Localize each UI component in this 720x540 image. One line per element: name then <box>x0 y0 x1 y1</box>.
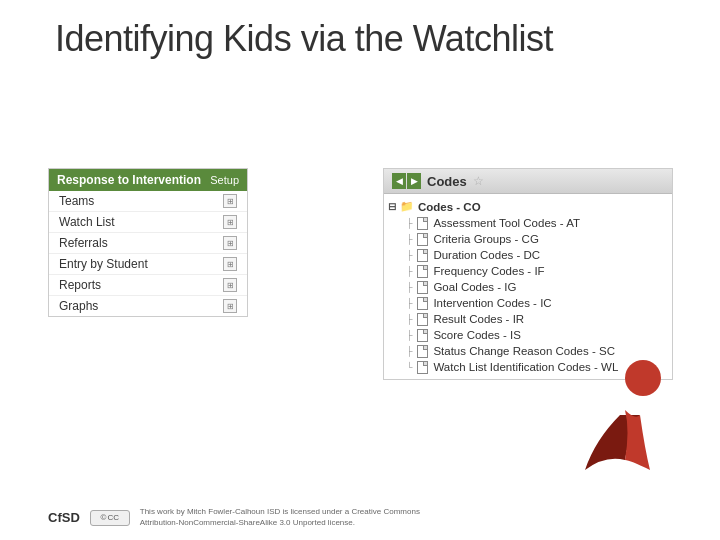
tree-item-label: Duration Codes - DC <box>433 249 540 261</box>
item-icon: ⊞ <box>223 257 237 271</box>
codes-panel-header: ◀ ▶ Codes ☆ <box>384 169 672 194</box>
tree-line-icon: ├ <box>406 330 412 340</box>
item-label: Graphs <box>59 299 98 313</box>
rti-panel: Response to Intervention Setup Teams ⊞ W… <box>48 168 248 317</box>
cc-label: CC <box>107 513 119 522</box>
doc-icon <box>417 329 428 342</box>
item-icon: ⊞ <box>223 215 237 229</box>
doc-icon <box>417 345 428 358</box>
tree-items: ├ Assessment Tool Codes - AT ├ Criteria … <box>388 215 668 375</box>
tree-item-label: Status Change Reason Codes - SC <box>433 345 615 357</box>
footer: CfSD © CC This work by Mitch Fowler-Calh… <box>48 507 460 528</box>
rti-panel-header: Response to Intervention Setup <box>49 169 247 191</box>
doc-icon <box>417 313 428 326</box>
tree-item[interactable]: ├ Duration Codes - DC <box>404 247 668 263</box>
rti-panel-title: Response to Intervention <box>57 173 201 187</box>
codes-panel-title: Codes <box>427 174 467 189</box>
tree-item[interactable]: ├ Status Change Reason Codes - SC <box>404 343 668 359</box>
doc-icon <box>417 281 428 294</box>
tree-line-icon: ├ <box>406 234 412 244</box>
tree-item[interactable]: ├ Intervention Codes - IC <box>404 295 668 311</box>
tree-item-label: Intervention Codes - IC <box>433 297 551 309</box>
page-title: Identifying Kids via the Watchlist <box>55 18 553 60</box>
tree-item[interactable]: ├ Assessment Tool Codes - AT <box>404 215 668 231</box>
list-item[interactable]: Referrals ⊞ <box>49 233 247 254</box>
tree-line-icon: ├ <box>406 298 412 308</box>
tree-root[interactable]: ⊟ 📁 Codes - CO <box>388 198 668 215</box>
list-item[interactable]: Watch List ⊞ <box>49 212 247 233</box>
tree-item[interactable]: ├ Score Codes - IS <box>404 327 668 343</box>
tree-line-icon: ├ <box>406 250 412 260</box>
doc-icon <box>417 361 428 374</box>
decorative-shape <box>575 360 665 480</box>
doc-icon <box>417 233 428 246</box>
tree-item[interactable]: ├ Criteria Groups - CG <box>404 231 668 247</box>
prev-arrow[interactable]: ◀ <box>392 173 406 189</box>
doc-icon <box>417 249 428 262</box>
item-label: Entry by Student <box>59 257 148 271</box>
cc-badge: © CC <box>90 510 130 526</box>
tree-item[interactable]: ├ Result Codes - IR <box>404 311 668 327</box>
list-item[interactable]: Teams ⊞ <box>49 191 247 212</box>
setup-link[interactable]: Setup <box>210 174 239 186</box>
item-icon: ⊞ <box>223 236 237 250</box>
next-arrow[interactable]: ▶ <box>407 173 421 189</box>
tree-root-label: Codes - CO <box>418 201 481 213</box>
doc-icon <box>417 297 428 310</box>
tree-item-label: Goal Codes - IG <box>433 281 516 293</box>
tree-item-label: Result Codes - IR <box>433 313 524 325</box>
list-item[interactable]: Graphs ⊞ <box>49 296 247 316</box>
tree-line-icon: ├ <box>406 314 412 324</box>
cc-icon: © <box>101 513 107 522</box>
item-label: Referrals <box>59 236 108 250</box>
item-label: Teams <box>59 194 94 208</box>
doc-icon <box>417 265 428 278</box>
item-label: Reports <box>59 278 101 292</box>
svg-point-0 <box>625 360 661 396</box>
codes-panel: ◀ ▶ Codes ☆ ⊟ 📁 Codes - CO ├ Assessment … <box>383 168 673 380</box>
footer-description: This work by Mitch Fowler-Calhoun ISD is… <box>140 507 460 528</box>
list-item[interactable]: Reports ⊞ <box>49 275 247 296</box>
item-icon: ⊞ <box>223 299 237 313</box>
nav-arrows[interactable]: ◀ ▶ <box>392 173 421 189</box>
tree-line-icon: └ <box>406 362 412 372</box>
star-icon[interactable]: ☆ <box>473 174 484 188</box>
org-logo: CfSD <box>48 510 80 525</box>
list-item[interactable]: Entry by Student ⊞ <box>49 254 247 275</box>
collapse-icon[interactable]: ⊟ <box>388 201 396 212</box>
folder-icon: 📁 <box>400 200 414 213</box>
tree-item-label: Assessment Tool Codes - AT <box>433 217 580 229</box>
tree-item-label: Frequency Codes - IF <box>433 265 544 277</box>
item-icon: ⊞ <box>223 194 237 208</box>
item-label: Watch List <box>59 215 115 229</box>
tree-item[interactable]: ├ Frequency Codes - IF <box>404 263 668 279</box>
tree-line-icon: ├ <box>406 346 412 356</box>
tree-line-icon: ├ <box>406 218 412 228</box>
tree-content: ⊟ 📁 Codes - CO ├ Assessment Tool Codes -… <box>384 194 672 379</box>
tree-line-icon: ├ <box>406 282 412 292</box>
tree-line-icon: ├ <box>406 266 412 276</box>
tree-item-label: Criteria Groups - CG <box>433 233 538 245</box>
item-icon: ⊞ <box>223 278 237 292</box>
tree-item[interactable]: ├ Goal Codes - IG <box>404 279 668 295</box>
tree-item-label: Score Codes - IS <box>433 329 521 341</box>
doc-icon <box>417 217 428 230</box>
